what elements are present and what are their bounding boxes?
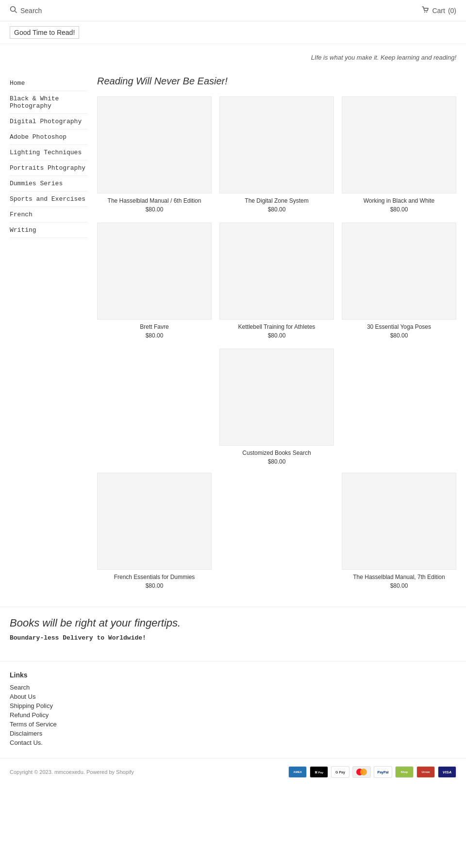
bottom-section: Books will be right at your fingertips. … [0, 607, 466, 661]
sidebar-item-digital-photography[interactable]: Digital Photography [10, 114, 87, 129]
product-title: The Hasselblad Manual, 7th Edition [342, 574, 456, 580]
payment-icon-googlepay: G Pay [331, 766, 350, 778]
site-title-bar: Good Time to Read! [0, 21, 466, 44]
product-title: The Hasselblad Manual / 6th Edition [97, 197, 212, 204]
product-image [97, 96, 212, 193]
product-image [219, 96, 334, 193]
product-title: Kettlebell Training for Athletes [219, 323, 334, 330]
svg-point-3 [426, 12, 427, 13]
payment-icon-unionpay: Union [416, 766, 435, 778]
tagline-bar: LIfe is what you make it. Keep learning … [0, 44, 466, 66]
product-price: $80.00 [342, 206, 456, 213]
sidebar-item-adobe-photoshop[interactable]: Adobe Photoshop [10, 129, 87, 145]
payment-icon-visa: VISA [438, 766, 456, 778]
footer-link-refund-policy[interactable]: Refund Policy [10, 711, 456, 719]
product-card-kettlebell[interactable]: Kettlebell Training for Athletes $80.00 [219, 223, 334, 339]
product-price: $80.00 [219, 458, 334, 465]
product-image [219, 223, 334, 320]
footer-link-shipping-policy[interactable]: Shipping Policy [10, 702, 456, 709]
bottom-heading: Books will be right at your fingertips. [10, 617, 456, 629]
svg-point-0 [11, 7, 16, 12]
footer-link-search[interactable]: Search [10, 684, 456, 691]
product-title: Working in Black and White [342, 197, 456, 204]
sidebar-item-french[interactable]: French [10, 207, 87, 223]
footer-link-about-us[interactable]: About Us [10, 693, 456, 700]
search-label: Search [20, 7, 42, 15]
product-image [342, 96, 456, 193]
product-image [342, 223, 456, 320]
cart-label: Cart [432, 7, 445, 15]
main-layout: Home Black & White Photography Digital P… [0, 66, 466, 607]
product-price: $80.00 [219, 206, 334, 213]
product-grid-row2: Brett Favre $80.00 Kettlebell Training f… [97, 223, 456, 339]
product-card-brett-favre[interactable]: Brett Favre $80.00 [97, 223, 212, 339]
search-trigger[interactable]: Search [10, 6, 42, 15]
sidebar-item-lighting-techniques[interactable]: Lighting Techniques [10, 145, 87, 161]
product-card-yoga-poses[interactable]: 30 Essential Yoga Poses $80.00 [342, 223, 456, 339]
payment-icon-mastercard [352, 766, 371, 778]
product-price: $80.00 [342, 332, 456, 339]
product-grid-row3: Customized Books Search $80.00 [97, 349, 456, 465]
payment-icon-applepay: ⌘ Pay [310, 766, 328, 778]
sidebar-item-portraits-photography[interactable]: Portraits Phtography [10, 161, 87, 176]
product-title: Customized Books Search [219, 450, 334, 456]
content: Reading Will Never Be Easier! The Hassel… [97, 76, 456, 597]
product-price: $80.00 [97, 582, 212, 589]
copyright: Copyright © 2023. [10, 769, 53, 775]
svg-line-1 [15, 11, 17, 13]
header: Search Cart (0) [0, 0, 466, 21]
product-title: French Essentials for Dummies [97, 574, 212, 580]
footer-bottom: Copyright © 2023. mmcoexedu. Powered by … [0, 758, 466, 786]
product-card-hasselblad-7th[interactable]: The Hasselblad Manual, 7th Edition $80.0… [342, 473, 456, 589]
footer-links: Links Search About Us Shipping Policy Re… [0, 661, 466, 758]
sidebar-item-writing[interactable]: Writing [10, 223, 87, 238]
copyright-text: Copyright © 2023. mmcoexedu. Powered by … [10, 769, 134, 775]
product-card-working-bw[interactable]: Working in Black and White $80.00 [342, 96, 456, 213]
product-price: $80.00 [219, 332, 334, 339]
payment-icons: AMEX ⌘ Pay G Pay PayPal Shop Union VISA [288, 766, 456, 778]
footer-link-disclaimers[interactable]: Disclaimers [10, 730, 456, 737]
tagline: LIfe is what you make it. Keep learning … [311, 54, 456, 61]
product-card-digital-zone[interactable]: The Digital Zone System $80.00 [219, 96, 334, 213]
sidebar-item-sports-exercises[interactable]: Sports and Exercises [10, 192, 87, 207]
sidebar-item-dummies-series[interactable]: Dummies Series [10, 176, 87, 192]
payment-icon-paypal: PayPal [374, 766, 392, 778]
product-title: Brett Favre [97, 323, 212, 330]
product-price: $80.00 [97, 332, 212, 339]
sidebar-item-bw-photography[interactable]: Black & White Photography [10, 91, 87, 114]
product-image [342, 473, 456, 570]
powered-by: Powered by Shopify [86, 769, 134, 775]
svg-point-5 [360, 769, 367, 775]
cart-button[interactable]: Cart (0) [421, 6, 456, 15]
cart-count: (0) [448, 7, 456, 15]
svg-point-2 [424, 12, 425, 13]
footer-link-contact-us[interactable]: Contact Us. [10, 739, 456, 746]
sidebar: Home Black & White Photography Digital P… [10, 76, 87, 597]
sidebar-item-home[interactable]: Home [10, 76, 87, 91]
product-image [219, 349, 334, 446]
footer-links-title: Links [10, 671, 456, 679]
product-image [97, 223, 212, 320]
product-card-hasselblad-6th[interactable]: The Hasselblad Manual / 6th Edition $80.… [97, 96, 212, 213]
product-image [97, 473, 212, 570]
product-price: $80.00 [342, 582, 456, 589]
product-title: The Digital Zone System [219, 197, 334, 204]
payment-icon-amex: AMEX [288, 766, 307, 778]
product-price: $80.00 [97, 206, 212, 213]
cart-icon [421, 6, 429, 15]
content-heading: Reading Will Never Be Easier! [97, 76, 456, 87]
brand: mmcoexedu. [54, 769, 85, 775]
footer-link-terms-of-service[interactable]: Terms of Service [10, 721, 456, 728]
product-grid-row4: French Essentials for Dummies $80.00 The… [97, 473, 456, 589]
bottom-subtext: Boundary-less Delivery to Worldwide! [10, 634, 456, 642]
payment-icon-shopify: Shop [395, 766, 414, 778]
product-card-customized-books[interactable]: Customized Books Search $80.00 [219, 349, 334, 465]
product-card-french-dummies[interactable]: French Essentials for Dummies $80.00 [97, 473, 212, 589]
search-icon [10, 6, 17, 15]
site-title[interactable]: Good Time to Read! [10, 26, 79, 39]
product-grid-row1: The Hasselblad Manual / 6th Edition $80.… [97, 96, 456, 213]
product-title: 30 Essential Yoga Poses [342, 323, 456, 330]
